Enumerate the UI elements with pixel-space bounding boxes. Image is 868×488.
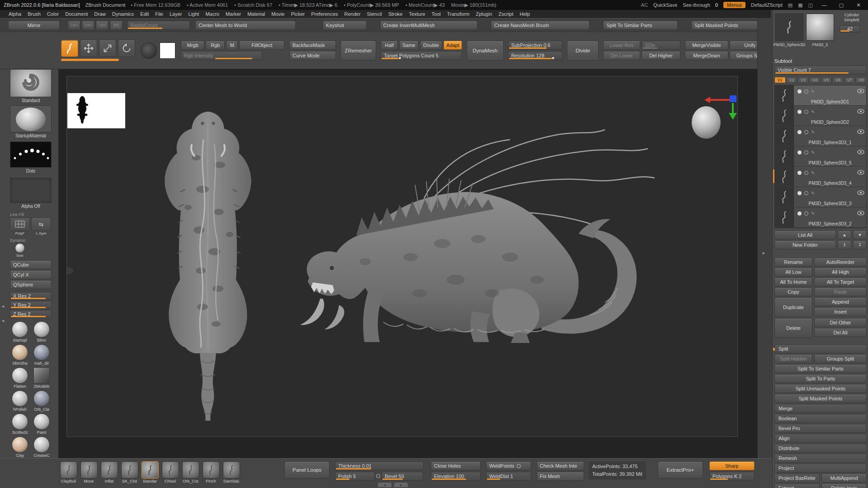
tab-v4[interactable]: V4 bbox=[809, 77, 821, 83]
distribute-section-header[interactable]: Distribute bbox=[774, 444, 867, 453]
del-all-button[interactable]: Del All bbox=[814, 328, 867, 337]
collapse-right-handle[interactable]: ► bbox=[762, 251, 766, 255]
center-mesh-button[interactable]: Center Mesh to World bbox=[195, 21, 296, 30]
split-to-parts-button[interactable]: Split To Parts bbox=[774, 374, 867, 383]
align-section-header[interactable]: Align bbox=[774, 434, 867, 443]
split-unmasked-points-button[interactable]: Split Unmasked Points bbox=[774, 384, 867, 393]
menu-item-color[interactable]: Color bbox=[44, 11, 62, 17]
collapse-left-handle[interactable]: ◄ bbox=[1, 304, 5, 309]
fill-object-button[interactable]: FillObject bbox=[239, 41, 284, 50]
split-hidden-button[interactable]: Split Hidden bbox=[774, 354, 812, 363]
polish-mode-toggle[interactable] bbox=[376, 474, 380, 478]
scale-mode-button[interactable] bbox=[99, 40, 116, 57]
eye-icon[interactable] bbox=[857, 108, 864, 116]
y-res-slider[interactable]: Y Res 2 bbox=[10, 301, 52, 309]
document-area[interactable] bbox=[66, 76, 738, 437]
x-res-slider[interactable]: X Res 2 bbox=[10, 292, 52, 300]
rgb-intensity-slider[interactable]: Rgb Intensity bbox=[181, 51, 262, 60]
all-to-target-button[interactable]: All To Target bbox=[814, 277, 867, 286]
subprojection-slider[interactable]: SubProjection 0.6 bbox=[508, 41, 563, 50]
eye-icon[interactable] bbox=[857, 128, 864, 136]
thickness-slider[interactable]: Thickness 0.01 bbox=[335, 461, 424, 470]
eye-icon[interactable] bbox=[857, 189, 864, 197]
brush-slot-inflate[interactable]: Inflat bbox=[99, 461, 119, 483]
split-to-similar-parts-button[interactable]: Split To Similar Parts bbox=[774, 364, 867, 373]
shelf-scroll-right[interactable]: ► bbox=[394, 483, 408, 487]
local-symmetry-toggle[interactable]: ⇆ bbox=[31, 217, 51, 231]
material-slot[interactable] bbox=[33, 367, 50, 384]
brush-icon[interactable]: ✎ bbox=[811, 170, 815, 175]
merge-down-button[interactable]: MergeDown bbox=[685, 51, 728, 60]
polypaint-toggle-icon[interactable] bbox=[797, 150, 802, 155]
paste-button[interactable]: Paste bbox=[814, 287, 867, 296]
subtool-down-button[interactable]: ▼ bbox=[853, 230, 867, 239]
shelf-scroll-left[interactable]: ◄ bbox=[378, 483, 392, 487]
split-masked-points-button[interactable]: Split Masked Points bbox=[774, 394, 867, 403]
solo-toggle[interactable] bbox=[15, 243, 25, 253]
uv-toggle-icon[interactable] bbox=[804, 150, 808, 155]
extract-section-header[interactable]: Extract bbox=[774, 483, 820, 488]
list-all-button[interactable]: List All bbox=[774, 230, 836, 239]
new-folder-button[interactable]: New Folder bbox=[774, 240, 836, 249]
panel-loops-button[interactable]: Panel Loops bbox=[284, 461, 330, 479]
groups-split-button[interactable]: Groups Split bbox=[814, 354, 867, 363]
brush-slot-claybuildup[interactable]: ClayBuil bbox=[58, 461, 79, 483]
del-lower-button[interactable]: Del Lower bbox=[603, 51, 640, 60]
create-imm-button[interactable]: Create InsertMultiMesh bbox=[380, 21, 477, 30]
menu-item-material[interactable]: Material bbox=[244, 11, 268, 17]
material-slot[interactable] bbox=[12, 390, 28, 407]
current-alpha-thumbnail[interactable] bbox=[10, 178, 52, 203]
elevation-slider[interactable]: Elevation 100 bbox=[431, 472, 481, 481]
brush-slot-skclot[interactable]: SK_Clot bbox=[119, 461, 140, 483]
subtool-item[interactable]: ✎ PM3D_Sphere3D1 bbox=[775, 85, 866, 106]
backface-mask-button[interactable]: BackfaceMask bbox=[289, 41, 336, 50]
brush-slot-orbcrack[interactable]: Orb_Cra bbox=[180, 461, 201, 483]
current-stroke-thumbnail[interactable] bbox=[10, 141, 52, 168]
eye-icon[interactable] bbox=[857, 209, 864, 217]
model-top-view[interactable] bbox=[165, 112, 251, 421]
menu-item-render[interactable]: Render bbox=[341, 11, 364, 17]
merge-visible-button[interactable]: MergeVisible bbox=[685, 41, 728, 50]
divide-button[interactable]: Divide bbox=[567, 41, 598, 61]
del-higher-button[interactable]: Del Higher bbox=[642, 51, 680, 60]
polypaint-toggle-icon[interactable] bbox=[797, 211, 802, 216]
mrgb-button[interactable]: Mrgb bbox=[181, 41, 204, 50]
del-other-button[interactable]: Del Other bbox=[814, 318, 867, 327]
brush-slot-damstandard[interactable]: DamStai bbox=[221, 461, 241, 483]
append-button[interactable]: Append bbox=[814, 297, 867, 306]
zremesher-button[interactable]: ZRemesher bbox=[340, 41, 376, 61]
default-zscript-button[interactable]: DefaultZScript bbox=[751, 2, 783, 8]
material-slot[interactable] bbox=[12, 321, 28, 338]
polyframe-toggle[interactable] bbox=[10, 217, 30, 231]
fix-mesh-button[interactable]: Fix Mesh bbox=[537, 472, 584, 481]
window-maximize-button[interactable]: ▢ bbox=[835, 2, 847, 8]
material-slot[interactable] bbox=[33, 436, 50, 453]
keyshot-button[interactable]: Keyshot bbox=[323, 21, 367, 30]
mirror-radial-button[interactable]: (R) bbox=[110, 21, 123, 30]
split-section-header[interactable]: Split bbox=[774, 344, 867, 353]
brush-icon[interactable]: ✎ bbox=[811, 130, 815, 135]
menu-item-texture[interactable]: Texture bbox=[406, 11, 428, 17]
autoreorder-button[interactable]: AutoReorder bbox=[814, 258, 867, 267]
menu-item-draw[interactable]: Draw bbox=[91, 11, 109, 17]
resolution-slider[interactable]: Resolution 128 bbox=[508, 51, 563, 60]
window-minimize-button[interactable]: — bbox=[818, 2, 830, 8]
mirror-y-button[interactable]: >Y< bbox=[82, 21, 94, 30]
mirror-button[interactable]: Mirror bbox=[8, 21, 60, 30]
uv-toggle-icon[interactable] bbox=[804, 110, 808, 114]
menu-item-edit[interactable]: Edit bbox=[137, 11, 152, 17]
dock-left-icon[interactable]: ▤ bbox=[788, 2, 793, 8]
rotate-mode-button[interactable] bbox=[118, 40, 135, 57]
axis-gizmo[interactable] bbox=[703, 92, 740, 123]
menu-item-alpha[interactable]: Alpha bbox=[5, 11, 24, 17]
menu-item-zscript[interactable]: Zscript bbox=[495, 11, 517, 17]
all-high-button[interactable]: All High bbox=[814, 267, 867, 277]
adapt-button[interactable]: Adapt bbox=[443, 41, 462, 50]
polypaint-toggle-icon[interactable] bbox=[797, 130, 802, 134]
eye-icon[interactable] bbox=[857, 169, 864, 177]
brush-icon[interactable]: ✎ bbox=[811, 109, 815, 114]
target-polygons-slider[interactable]: Target Polygons Count 5 bbox=[381, 51, 462, 60]
stroke-preview-button[interactable] bbox=[141, 42, 157, 59]
menu-item-light[interactable]: Light bbox=[185, 11, 203, 17]
menu-item-brush[interactable]: Brush bbox=[24, 11, 44, 17]
